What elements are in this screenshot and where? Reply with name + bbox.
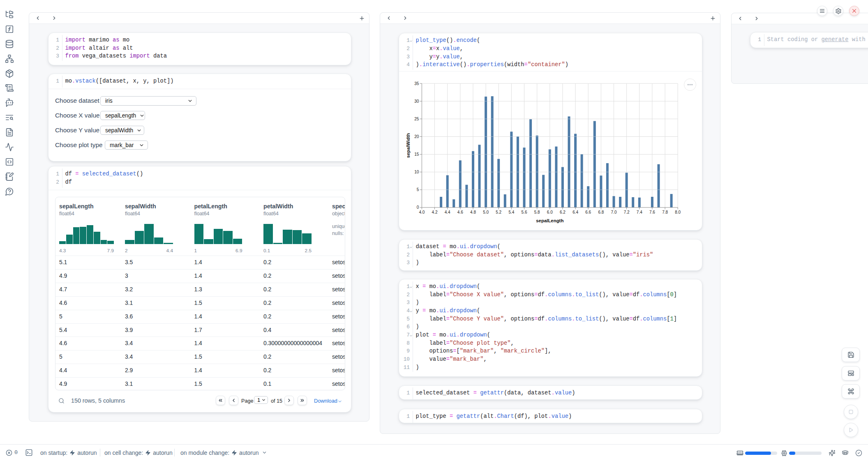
svg-text:8.0: 8.0 <box>675 210 681 214</box>
svg-text:5: 5 <box>417 187 419 192</box>
svg-text:5.8: 5.8 <box>534 210 540 214</box>
svg-text:7.8: 7.8 <box>662 210 668 214</box>
svg-text:5.2: 5.2 <box>496 210 501 214</box>
svg-text:7.2: 7.2 <box>624 210 630 214</box>
svg-text:30: 30 <box>414 99 419 104</box>
svg-text:15: 15 <box>414 152 419 157</box>
svg-text:6.6: 6.6 <box>585 210 591 214</box>
svg-text:10: 10 <box>414 170 419 174</box>
svg-text:4.6: 4.6 <box>457 210 463 214</box>
svg-text:5.0: 5.0 <box>483 210 489 214</box>
svg-text:sepalWidth: sepalWidth <box>406 133 411 158</box>
svg-text:4.2: 4.2 <box>432 210 438 214</box>
svg-text:0: 0 <box>417 205 419 210</box>
svg-text:7.0: 7.0 <box>611 210 617 214</box>
svg-text:7.4: 7.4 <box>637 210 642 214</box>
svg-text:6.8: 6.8 <box>598 210 604 214</box>
svg-text:20: 20 <box>414 134 419 139</box>
svg-text:25: 25 <box>414 117 419 121</box>
svg-text:5.4: 5.4 <box>508 210 514 214</box>
svg-text:5.6: 5.6 <box>522 210 527 214</box>
svg-text:6.2: 6.2 <box>560 210 566 214</box>
svg-text:6.0: 6.0 <box>547 210 553 214</box>
svg-text:4.0: 4.0 <box>419 210 425 214</box>
svg-text:sepalLength: sepalLength <box>536 218 563 223</box>
svg-text:7.6: 7.6 <box>649 210 655 214</box>
svg-text:4.8: 4.8 <box>470 210 476 214</box>
svg-text:4.4: 4.4 <box>445 210 450 214</box>
svg-text:6.4: 6.4 <box>573 210 578 214</box>
svg-text:35: 35 <box>414 81 419 86</box>
